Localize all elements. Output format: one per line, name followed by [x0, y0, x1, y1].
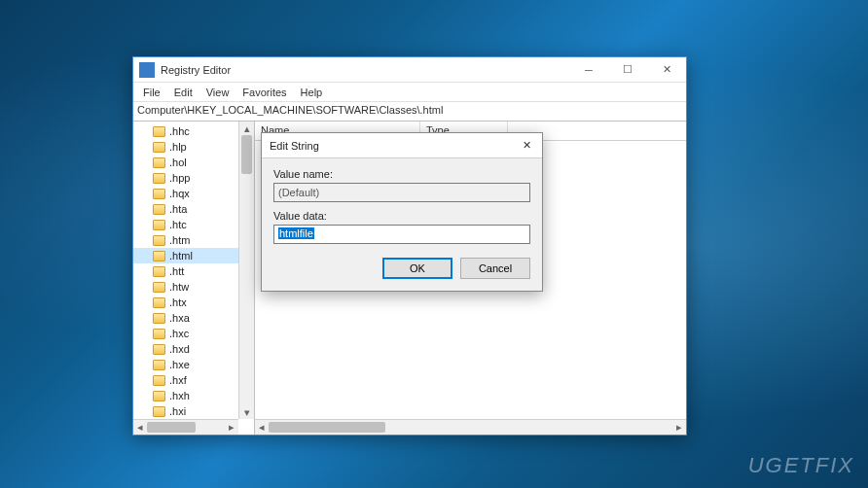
tree-item[interactable]: .hxe	[133, 357, 254, 372]
tree-item-label: .hta	[169, 203, 187, 215]
tree-vscrollbar[interactable]: ▴ ▾	[238, 122, 254, 419]
folder-icon	[153, 282, 165, 293]
tree-item[interactable]: .htx	[133, 295, 254, 310]
folder-icon	[153, 329, 165, 339]
scroll-down-icon[interactable]: ▾	[239, 405, 254, 419]
tree-item-label: .hqx	[169, 188, 190, 199]
tree-item[interactable]: .htt	[133, 263, 254, 279]
tree-item[interactable]: .hxd	[133, 341, 254, 357]
tree-item[interactable]: .hxh	[133, 388, 254, 403]
app-icon	[139, 62, 155, 78]
tree-item[interactable]: .hhc	[133, 123, 254, 139]
tree-item[interactable]: .hta	[133, 201, 254, 217]
tree-item[interactable]: .hxi	[133, 403, 254, 419]
tree-item-label: .htc	[169, 219, 187, 230]
titlebar[interactable]: Registry Editor ─ ☐ ✕	[133, 57, 686, 83]
close-button[interactable]: ✕	[647, 57, 686, 83]
tree-item[interactable]: .hxc	[133, 326, 254, 341]
edit-string-dialog: Edit String ✕ Value name: Value data: ht…	[261, 132, 543, 292]
menu-favorites[interactable]: Favorites	[236, 85, 292, 100]
tree-item[interactable]: .htw	[133, 279, 254, 295]
cancel-button[interactable]: Cancel	[460, 258, 530, 279]
tree-item[interactable]: .hxf	[133, 372, 254, 388]
folder-icon	[153, 204, 165, 215]
scroll-up-icon[interactable]: ▴	[239, 122, 254, 135]
scroll-right-icon[interactable]: ▸	[672, 420, 686, 435]
value-data-input[interactable]: htmlfile	[273, 225, 530, 244]
scroll-right-icon[interactable]: ▸	[225, 420, 238, 435]
menu-edit[interactable]: Edit	[168, 85, 199, 100]
scroll-thumb[interactable]	[269, 422, 385, 433]
dialog-title: Edit String	[270, 140, 511, 152]
tree-item[interactable]: .hol	[133, 155, 254, 170]
tree-item-label: .hxc	[169, 328, 189, 339]
dialog-titlebar[interactable]: Edit String ✕	[262, 133, 542, 158]
folder-icon	[153, 391, 165, 401]
tree-item-label: .hxh	[169, 390, 190, 401]
value-name-input[interactable]	[273, 183, 530, 202]
menu-view[interactable]: View	[200, 85, 235, 100]
folder-icon	[153, 235, 165, 246]
tree-item-label: .hxd	[169, 343, 190, 355]
scroll-thumb[interactable]	[241, 135, 252, 174]
menu-help[interactable]: Help	[295, 85, 329, 100]
tree-item-label: .htt	[169, 265, 184, 277]
folder-icon	[153, 360, 165, 370]
folder-icon	[153, 189, 165, 199]
tree-item-label: .htm	[169, 234, 190, 246]
scroll-left-icon[interactable]: ◂	[133, 420, 147, 435]
scroll-left-icon[interactable]: ◂	[255, 420, 269, 435]
folder-icon	[153, 375, 165, 386]
folder-icon	[153, 251, 165, 261]
tree-item-label: .hxi	[169, 405, 186, 417]
folder-icon	[153, 173, 165, 184]
maximize-button[interactable]: ☐	[608, 57, 647, 83]
folder-icon	[153, 126, 165, 137]
menu-file[interactable]: File	[137, 85, 166, 100]
tree-item-label: .hxf	[169, 374, 187, 386]
tree-item[interactable]: .hqx	[133, 186, 254, 201]
tree-item-label: .htx	[169, 296, 187, 308]
tree-item-label: .hol	[169, 157, 187, 168]
tree-item-label: .hxa	[169, 312, 190, 324]
tree-item-label: .htw	[169, 281, 189, 293]
watermark: UGETFIX	[748, 453, 854, 478]
tree-hscrollbar[interactable]: ◂ ▸	[133, 419, 238, 435]
folder-icon	[153, 142, 165, 153]
tree-item-label: .hlp	[169, 141, 187, 153]
tree-item[interactable]: .hpp	[133, 170, 254, 186]
tree-item[interactable]: .html	[133, 248, 254, 263]
tree-item-label: .hxe	[169, 359, 190, 370]
tree-pane: .hhc.hlp.hol.hpp.hqx.hta.htc.htm.html.ht…	[133, 122, 255, 435]
address-bar[interactable]: Computer\HKEY_LOCAL_MACHINE\SOFTWARE\Cla…	[133, 102, 686, 122]
tree-item-label: .hhc	[169, 125, 190, 137]
minimize-button[interactable]: ─	[569, 57, 608, 83]
tree-item[interactable]: .hxa	[133, 310, 254, 326]
tree-item[interactable]: .hlp	[133, 139, 254, 155]
folder-icon	[153, 220, 165, 230]
tree-item[interactable]: .htm	[133, 232, 254, 248]
tree-item-label: .html	[169, 250, 193, 261]
tree-item[interactable]: .htc	[133, 217, 254, 232]
dialog-close-button[interactable]: ✕	[511, 133, 542, 158]
ok-button[interactable]: OK	[382, 258, 452, 279]
value-data-label: Value data:	[273, 210, 530, 222]
window-title: Registry Editor	[161, 64, 569, 76]
scroll-thumb[interactable]	[147, 422, 196, 433]
folder-icon	[153, 266, 165, 277]
value-name-label: Value name:	[273, 168, 530, 180]
folder-icon	[153, 157, 165, 168]
list-hscrollbar[interactable]: ◂ ▸	[255, 419, 686, 435]
tree-item-label: .hpp	[169, 172, 190, 184]
folder-icon	[153, 313, 165, 324]
folder-icon	[153, 406, 165, 417]
menubar: File Edit View Favorites Help	[133, 83, 686, 102]
folder-icon	[153, 297, 165, 308]
folder-icon	[153, 344, 165, 355]
